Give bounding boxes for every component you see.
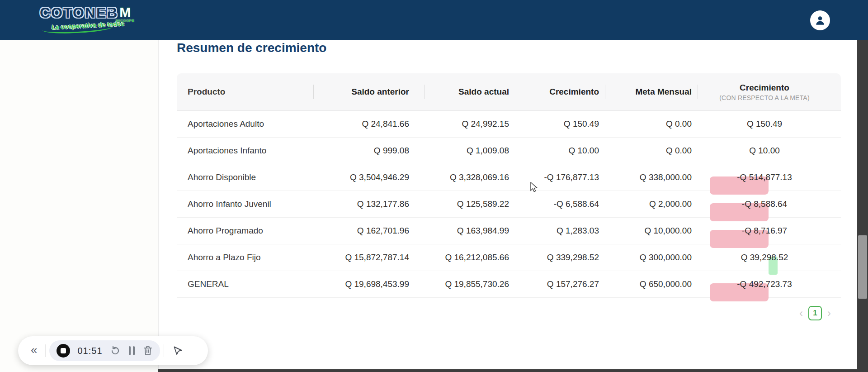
column-header-saldo-actual: Saldo actual xyxy=(425,87,517,97)
top-navbar: COTONEB ≋ M MICOOPE La cooperativa de to… xyxy=(0,0,868,40)
screen-recorder-toolbar: « 01:51 xyxy=(18,336,208,365)
toolbar-divider xyxy=(45,344,46,357)
logo-separator-icon: ≋ xyxy=(107,7,111,14)
stop-record-icon xyxy=(61,348,66,353)
cell-saldo-actual: Q 1,009.08 xyxy=(425,146,517,156)
table-row: GENERAL Q 19,698,453.99 Q 19,855,730.26 … xyxy=(177,271,841,298)
trash-icon xyxy=(143,345,153,356)
prev-page-button[interactable]: ‹ xyxy=(799,306,803,320)
cell-crecimiento-meta: -Q 8,716.97 xyxy=(698,226,841,236)
recorder-controls-group: 01:51 xyxy=(49,340,160,361)
cell-producto: Aportaciones Infanto xyxy=(177,146,314,156)
left-sidebar xyxy=(0,40,159,372)
cell-producto: Ahorro Programado xyxy=(177,226,314,236)
cell-saldo-anterior: Q 162,701.96 xyxy=(314,226,425,236)
column-header-meta-mensual: Meta Mensual xyxy=(605,87,698,97)
cell-crecimiento: Q 150.49 xyxy=(517,119,605,129)
cell-saldo-actual: Q 125,589.22 xyxy=(425,199,517,209)
column-header-producto: Producto xyxy=(177,87,314,97)
pause-recording-button[interactable] xyxy=(128,346,136,355)
cell-saldo-anterior: Q 3,504,946.29 xyxy=(314,172,425,182)
cell-crecimiento: Q 339,298.52 xyxy=(517,253,605,262)
cell-crecimiento-meta: Q 150.49 xyxy=(698,119,841,129)
column-header-crecimiento-meta: Crecimiento (CON RESPECTO A LA META) xyxy=(698,83,841,101)
column-header-crecimiento-meta-subtitle: (CON RESPECTO A LA META) xyxy=(719,94,810,101)
user-profile-icon xyxy=(814,14,826,26)
growth-summary-table: Producto Saldo anterior Saldo actual Cre… xyxy=(177,73,841,298)
pause-icon xyxy=(129,346,131,355)
cell-saldo-anterior: Q 999.08 xyxy=(314,146,425,156)
table-row: Ahorro Programado Q 162,701.96 Q 163,984… xyxy=(177,218,841,244)
column-header-saldo-anterior: Saldo anterior xyxy=(314,87,425,97)
cell-crecimiento: -Q 176,877.13 xyxy=(517,172,605,182)
cell-saldo-anterior: Q 132,177.86 xyxy=(314,199,425,209)
cell-meta-mensual: Q 10,000.00 xyxy=(605,226,698,236)
logo[interactable]: COTONEB ≋ M MICOOPE La cooperativa de to… xyxy=(40,5,144,36)
cell-meta-mensual: Q 300,000.00 xyxy=(605,253,698,262)
cell-saldo-actual: Q 3,328,069.16 xyxy=(425,172,517,182)
table-row: Aportaciones Adulto Q 24,841.66 Q 24,992… xyxy=(177,110,841,138)
cell-saldo-anterior: Q 24,841.66 xyxy=(314,119,425,129)
cell-crecimiento-meta: Q 39,298.52 xyxy=(698,253,841,262)
vertical-scrollbar[interactable] xyxy=(857,40,868,372)
vertical-scrollbar-thumb[interactable] xyxy=(858,235,867,299)
cell-producto: Ahorro Infanto Juvenil xyxy=(177,199,314,209)
pagination: ‹ 1 › xyxy=(799,306,831,320)
recording-timer: 01:51 xyxy=(77,346,102,356)
micoope-m-icon: M xyxy=(116,5,134,19)
stop-record-button[interactable] xyxy=(57,344,70,358)
cell-saldo-actual: Q 19,855,730.26 xyxy=(425,279,517,289)
table-row: Ahorro a Plazo Fijo Q 15,872,787.14 Q 16… xyxy=(177,244,841,271)
cell-producto: Ahorro a Plazo Fijo xyxy=(177,253,314,262)
cell-crecimiento-meta: -Q 514,877.13 xyxy=(698,172,841,182)
current-page-button[interactable]: 1 xyxy=(808,306,822,320)
page-title: Resumen de crecimiento xyxy=(177,41,326,55)
cell-crecimiento: Q 10.00 xyxy=(517,146,605,156)
cell-meta-mensual: Q 338,000.00 xyxy=(605,172,698,182)
restart-recording-button[interactable] xyxy=(110,345,121,356)
table-row: Ahorro Disponible Q 3,504,946.29 Q 3,328… xyxy=(177,164,841,191)
cell-meta-mensual: Q 650,000.00 xyxy=(605,279,698,289)
cell-producto: Aportaciones Adulto xyxy=(177,119,314,129)
cell-meta-mensual: Q 0.00 xyxy=(605,146,698,156)
cell-crecimiento-meta: -Q 492,723.73 xyxy=(698,279,841,289)
table-body: Aportaciones Adulto Q 24,841.66 Q 24,992… xyxy=(177,110,841,298)
table-row: Ahorro Infanto Juvenil Q 132,177.86 Q 12… xyxy=(177,191,841,218)
cell-producto: Ahorro Disponible xyxy=(177,172,314,182)
cell-crecimiento-meta: -Q 8,588.64 xyxy=(698,199,841,209)
cell-saldo-anterior: Q 19,698,453.99 xyxy=(314,279,425,289)
bottom-window-edge xyxy=(158,369,857,372)
cell-crecimiento: Q 1,283.03 xyxy=(517,226,605,236)
cell-crecimiento-meta: Q 10.00 xyxy=(698,146,841,156)
cell-meta-mensual: Q 2,000.00 xyxy=(605,199,698,209)
table-row: Aportaciones Infanto Q 999.08 Q 1,009.08… xyxy=(177,138,841,164)
next-page-button[interactable]: › xyxy=(827,306,831,320)
user-avatar[interactable] xyxy=(810,10,830,30)
chevrons-left-icon[interactable]: « xyxy=(26,344,42,358)
cell-producto: GENERAL xyxy=(177,279,314,289)
app-window: COTONEB ≋ M MICOOPE La cooperativa de to… xyxy=(0,0,868,372)
cell-saldo-actual: Q 16,212,085.66 xyxy=(425,253,517,262)
cursor-pointer-icon xyxy=(172,345,183,356)
column-header-crecimiento: Crecimiento xyxy=(517,87,605,97)
restart-icon xyxy=(110,345,121,356)
toolbar-divider xyxy=(164,344,164,357)
delete-recording-button[interactable] xyxy=(143,345,153,356)
cell-crecimiento: -Q 6,588.64 xyxy=(517,199,605,209)
column-header-crecimiento-meta-title: Crecimiento xyxy=(740,83,789,93)
cell-saldo-actual: Q 24,992.15 xyxy=(425,119,517,129)
cell-meta-mensual: Q 0.00 xyxy=(605,119,698,129)
cell-saldo-actual: Q 163,984.99 xyxy=(425,226,517,236)
cell-crecimiento: Q 157,276.27 xyxy=(517,279,605,289)
cell-saldo-anterior: Q 15,872,787.14 xyxy=(314,253,425,262)
pointer-tool-button[interactable] xyxy=(168,345,188,356)
table-header-row: Producto Saldo anterior Saldo actual Cre… xyxy=(177,73,841,110)
